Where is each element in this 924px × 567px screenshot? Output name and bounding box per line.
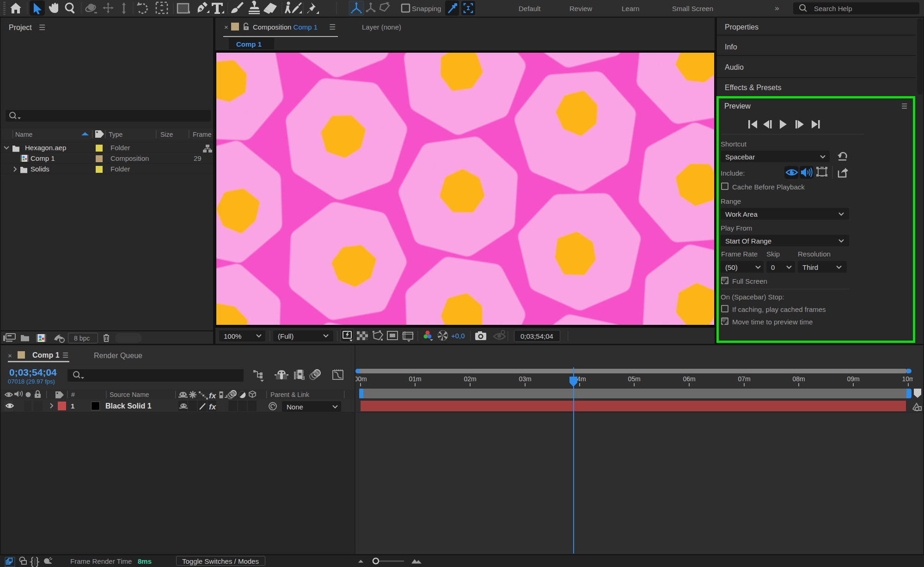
- svg-text:fx: fx: [209, 391, 217, 400]
- svg-text:fx: fx: [209, 402, 217, 411]
